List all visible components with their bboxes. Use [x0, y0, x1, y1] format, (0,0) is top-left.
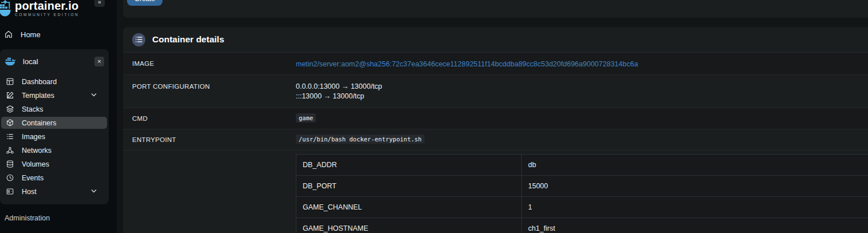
- network-icon: [6, 147, 14, 154]
- sidebar: portainer.io COMMUNITY EDITION « Home: [0, 0, 117, 233]
- host-icon: [6, 188, 14, 195]
- image-link[interactable]: metin2/server:aom2@sha256:72c37ea3646cec…: [296, 60, 638, 68]
- sidebar-item-dashboard[interactable]: Dashboard: [1, 76, 107, 88]
- sidebar-item-host[interactable]: Host: [1, 185, 107, 198]
- sidebar-item-home[interactable]: Home: [0, 27, 117, 41]
- port-mapping: 0.0.0.0:13000 → 13000/tcp: [296, 82, 868, 92]
- sidebar-item-label: Images: [22, 133, 45, 141]
- sidebar-item-label: Networks: [22, 147, 51, 155]
- detail-row-port-configuration: PORT CONFIGURATION 0.0.0.0:13000 → 13000…: [123, 75, 868, 108]
- detail-row-image: IMAGE metin2/server:aom2@sha256:72c37ea3…: [123, 53, 868, 75]
- logo-title: portainer.io: [15, 1, 79, 11]
- port-mapping: :::13000 → 13000/tcp: [296, 92, 868, 101]
- database-icon: [6, 160, 14, 168]
- docker-whale-icon: [5, 57, 16, 66]
- portainer-logo-icon: [0, 0, 14, 18]
- sidebar-collapse-button[interactable]: «: [94, 0, 105, 7]
- env-row: GAME_HOSTNAME ch1_first: [296, 218, 868, 233]
- edit-icon: [6, 92, 14, 99]
- env-row: DB_ADDR db: [296, 155, 868, 176]
- sidebar-item-volumes[interactable]: Volumes: [1, 158, 107, 170]
- sidebar-item-containers[interactable]: Containers: [1, 117, 107, 129]
- sidebar-item-user-related[interactable]: User-related: [0, 231, 117, 233]
- endpoint-local[interactable]: local ×: [0, 52, 109, 70]
- sidebar-item-events[interactable]: Events: [1, 172, 107, 184]
- detail-label: CMD: [132, 108, 296, 129]
- env-name: GAME_HOSTNAME: [296, 218, 522, 233]
- sidebar-header: portainer.io COMMUNITY EDITION «: [0, 0, 117, 19]
- panel-title: Container details: [152, 34, 224, 45]
- layers-icon: [6, 105, 14, 113]
- env-row: DB_PORT 15000: [296, 176, 868, 197]
- container-details-panel: Container details IMAGE metin2/server:ao…: [123, 27, 868, 233]
- dashboard-icon: [6, 78, 14, 85]
- detail-label: PORT CONFIGURATION: [132, 75, 296, 97]
- env-value: 15000: [522, 176, 868, 197]
- sidebar-item-label: Templates: [22, 92, 54, 100]
- detail-row-cmd: CMD game: [123, 108, 868, 129]
- env-name: GAME_CHANNEL: [296, 197, 522, 218]
- create-button[interactable]: Create: [127, 0, 162, 6]
- chevron-down-icon: [91, 189, 97, 193]
- sidebar-item-label: Containers: [22, 119, 56, 127]
- cmd-value: game: [296, 113, 316, 123]
- env-value: db: [522, 155, 868, 176]
- sidebar-item-label: Stacks: [22, 105, 43, 113]
- toolbar-panel: Create: [123, 0, 868, 18]
- clock-icon: [6, 174, 14, 181]
- sidebar-item-label: Home: [21, 30, 41, 39]
- detail-row-entrypoint: ENTRYPOINT /usr/bin/bash docker-entrypoi…: [123, 129, 868, 151]
- detail-label: IMAGE: [132, 53, 296, 74]
- logo-text: portainer.io COMMUNITY EDITION: [15, 0, 79, 17]
- chevron-down-icon: [91, 93, 97, 97]
- sidebar-item-label: Volumes: [22, 160, 49, 168]
- details-list-icon: [132, 33, 145, 46]
- env-value: 1: [522, 197, 868, 218]
- env-row: GAME_CHANNEL 1: [296, 197, 868, 218]
- home-icon: [5, 30, 13, 38]
- close-icon[interactable]: ×: [94, 57, 104, 66]
- env-name: DB_PORT: [296, 176, 522, 197]
- detail-label: ENTRYPOINT: [132, 129, 296, 150]
- sidebar-item-images[interactable]: Images: [1, 131, 107, 143]
- list-icon: [6, 133, 14, 140]
- panel-header: Container details: [123, 27, 868, 53]
- env-name: DB_ADDR: [296, 155, 522, 176]
- endpoint-name: local: [23, 57, 88, 66]
- sidebar-item-stacks[interactable]: Stacks: [1, 103, 107, 115]
- sidebar-item-label: Dashboard: [22, 78, 57, 86]
- sidebar-item-label: Host: [22, 188, 37, 196]
- env-table: DB_ADDR db DB_PORT 15000 GAME_CHANNEL 1 …: [296, 154, 868, 233]
- sidebar-item-templates[interactable]: Templates: [1, 89, 107, 101]
- env-value: ch1_first: [522, 218, 868, 233]
- endpoint-block: local × Dashboard Templates: [0, 49, 109, 204]
- logo-subtitle: COMMUNITY EDITION: [15, 13, 79, 17]
- administration-section-label: Administration: [5, 214, 117, 222]
- sidebar-item-networks[interactable]: Networks: [1, 144, 107, 156]
- sidebar-item-label: Events: [22, 174, 43, 182]
- endpoint-menu: Dashboard Templates S: [0, 76, 109, 198]
- env-section: DB_ADDR db DB_PORT 15000 GAME_CHANNEL 1 …: [123, 151, 868, 233]
- box-icon: [6, 119, 14, 127]
- entrypoint-value: /usr/bin/bash docker-entrypoint.sh: [296, 135, 425, 144]
